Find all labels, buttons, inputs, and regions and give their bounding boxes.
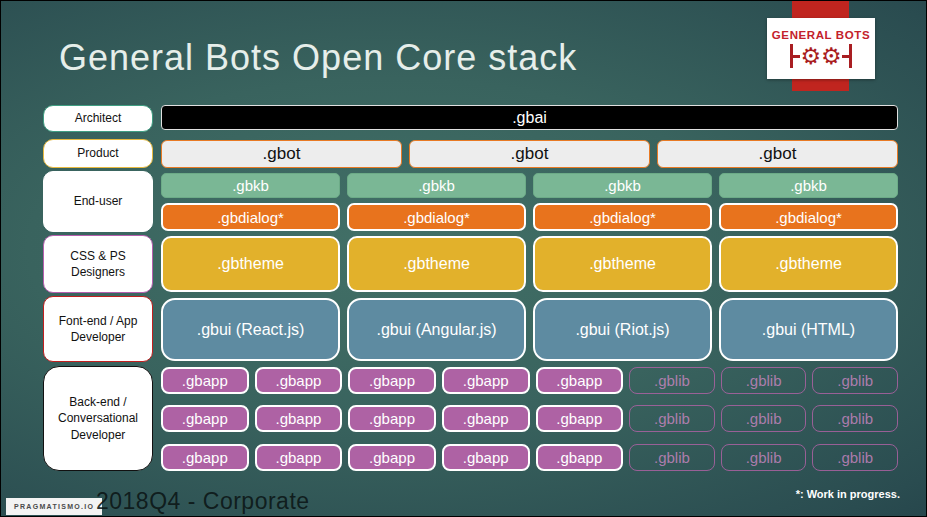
role-label-backend-conversational-developer: Back-end / Conversational Developer [43, 366, 153, 471]
gears-icon: ⚙ ⚙ [790, 44, 851, 68]
role-label-architect: Architect [43, 105, 153, 132]
gbdialog-box: .gbdialog* [533, 203, 712, 231]
gear-icon: ⚙ [821, 45, 842, 68]
role-label-frontend-app-developer: Font-end / App Developer [43, 296, 153, 362]
gbtheme-box: .gbtheme [719, 236, 898, 292]
gbui-riot-box: .gbui (Riot.js) [533, 298, 712, 361]
slide-canvas: General Bots Open Core stack GENERAL BOT… [0, 0, 927, 517]
gbapp-box: .gbapp [442, 444, 530, 471]
gbapp-box: .gbapp [255, 444, 343, 471]
gear-stub-right [842, 55, 849, 58]
gbui-row: .gbui (React.js) .gbui (Angular.js) .gbu… [161, 298, 898, 361]
backend-row-2: .gbapp .gbapp .gbapp .gbapp .gbapp .gbli… [161, 405, 898, 432]
gbdialog-row: .gbdialog* .gbdialog* .gbdialog* .gbdial… [161, 203, 898, 231]
gbdialog-box: .gbdialog* [347, 203, 526, 231]
gbot-box: .gbot [161, 140, 402, 168]
gbui-angular-box: .gbui (Angular.js) [347, 298, 526, 361]
gblib-box: .gblib [721, 405, 807, 432]
gbai-box: .gbai [161, 105, 898, 130]
gblib-box: .gblib [812, 367, 898, 394]
gbkb-row: .gbkb .gbkb .gbkb .gbkb [161, 173, 898, 198]
gbtheme-box: .gbtheme [161, 236, 340, 292]
gbapp-box: .gbapp [536, 444, 624, 471]
gbdialog-box: .gbdialog* [719, 203, 898, 231]
backend-row-1: .gbapp .gbapp .gbapp .gbapp .gbapp .gbli… [161, 367, 898, 394]
gblib-box: .gblib [721, 444, 807, 471]
gbapp-box: .gbapp [255, 405, 343, 432]
gbapp-box: .gbapp [348, 444, 436, 471]
gbot-box: .gbot [409, 140, 650, 168]
gbtheme-row: .gbtheme .gbtheme .gbtheme .gbtheme [161, 236, 898, 292]
work-in-progress-footnote: *: Work in progress. [796, 488, 900, 500]
gblib-box: .gblib [629, 405, 715, 432]
gblib-box: .gblib [812, 444, 898, 471]
footer-version-text: 2018Q4 - Corporate [96, 488, 310, 515]
role-label-end-user: End-user [43, 171, 153, 232]
gbkb-box: .gbkb [161, 173, 340, 198]
gbapp-box: .gbapp [442, 405, 530, 432]
gbapp-box: .gbapp [161, 444, 249, 471]
gbapp-box: .gbapp [536, 367, 624, 394]
gbui-html-box: .gbui (HTML) [719, 298, 898, 361]
gbapp-box: .gbapp [536, 405, 624, 432]
gbdialog-box: .gbdialog* [161, 203, 340, 231]
gbui-react-box: .gbui (React.js) [161, 298, 340, 361]
gear-stub-left [793, 55, 800, 58]
gbapp-box: .gbapp [348, 367, 436, 394]
gblib-box: .gblib [629, 367, 715, 394]
gbkb-box: .gbkb [719, 173, 898, 198]
pragmatismo-logo: PRAGMATISMO.IO [6, 498, 102, 515]
gbapp-box: .gbapp [442, 367, 530, 394]
role-label-product: Product [43, 139, 153, 168]
gbot-row: .gbot .gbot .gbot [161, 140, 898, 168]
gbtheme-box: .gbtheme [533, 236, 712, 292]
gear-icon: ⚙ [800, 45, 821, 68]
role-label-css-ps-designers: CSS & PS Designers [43, 235, 153, 293]
gbtheme-box: .gbtheme [347, 236, 526, 292]
general-bots-logo: GENERAL BOTS ⚙ ⚙ [767, 18, 875, 79]
gblib-box: .gblib [812, 405, 898, 432]
gbapp-box: .gbapp [161, 367, 249, 394]
gblib-box: .gblib [629, 444, 715, 471]
logo-brand-text: GENERAL BOTS [772, 29, 870, 41]
gbkb-box: .gbkb [533, 173, 712, 198]
gbkb-box: .gbkb [347, 173, 526, 198]
gbot-box: .gbot [657, 140, 898, 168]
gbapp-box: .gbapp [348, 405, 436, 432]
gbapp-box: .gbapp [161, 405, 249, 432]
gbai-row: .gbai [161, 105, 898, 130]
backend-row-3: .gbapp .gbapp .gbapp .gbapp .gbapp .gbli… [161, 444, 898, 471]
gblib-box: .gblib [721, 367, 807, 394]
gear-bar-right [849, 44, 852, 68]
page-title: General Bots Open Core stack [59, 37, 577, 79]
gbapp-box: .gbapp [255, 367, 343, 394]
